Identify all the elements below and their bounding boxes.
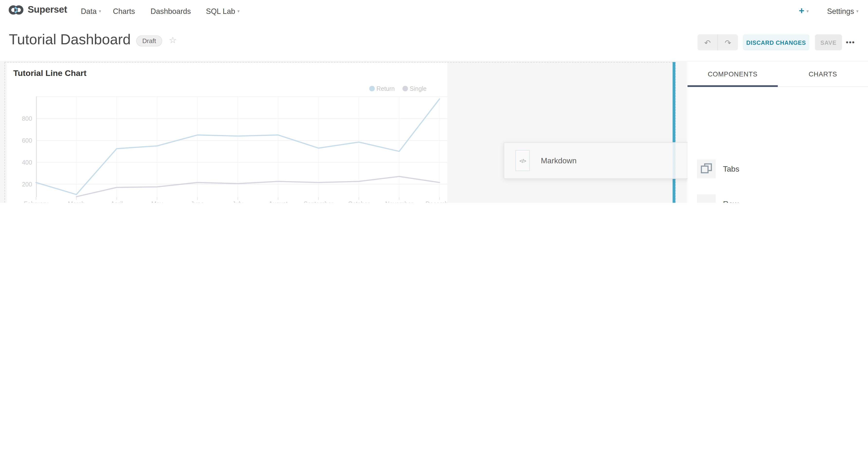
x-axis-label: May (151, 200, 163, 203)
nav-item-charts[interactable]: Charts (113, 0, 135, 22)
legend-dot-icon (369, 86, 375, 92)
line-chart-plot: FebruaryMarchAprilMayJuneJulyAugustSepte… (6, 63, 447, 203)
y-axis-label: 400 (22, 159, 32, 166)
nav-item-sqllab[interactable]: SQL Lab▾ (206, 0, 240, 22)
drop-indicator-bar (673, 62, 675, 203)
x-axis-label: November (385, 200, 413, 203)
component-item-row[interactable]: → Row (687, 190, 868, 203)
y-axis-label: 600 (22, 137, 32, 144)
legend-item-single[interactable]: Single (402, 85, 427, 92)
more-options-button[interactable]: ••• (846, 34, 855, 51)
top-navbar: Superset Data▾ Charts Dashboards SQL Lab… (0, 0, 868, 22)
chevron-down-icon: ▾ (806, 8, 809, 13)
infinity-logo-icon (8, 3, 24, 17)
line-chart-card: Tutorial Line Chart Return Single Februa… (6, 63, 447, 203)
chevron-down-icon: ▾ (99, 8, 101, 13)
dashboard-header: Tutorial Dashboard Draft ☆ ↶ ↷ DISCARD C… (0, 22, 868, 62)
series-line-single (76, 177, 440, 197)
favorite-star-icon[interactable]: ☆ (169, 35, 177, 45)
y-axis-label: 800 (22, 115, 32, 122)
settings-menu[interactable]: Settings▾ (827, 0, 859, 22)
legend-item-return[interactable]: Return (369, 85, 395, 92)
plus-icon: + (799, 6, 805, 17)
component-item-tabs[interactable]: Tabs (687, 155, 868, 183)
x-axis-label: August (269, 200, 288, 203)
tab-components[interactable]: COMPONENTS (687, 62, 778, 86)
x-axis-label: March (68, 200, 85, 203)
x-axis-label: April (111, 200, 123, 203)
undo-redo-group: ↶ ↷ (698, 34, 738, 51)
discard-changes-button[interactable]: DISCARD CHANGES (743, 34, 809, 51)
chevron-down-icon: ▾ (237, 8, 240, 13)
row-arrow-icon: → (697, 194, 716, 203)
x-axis-label: September (304, 200, 333, 203)
new-item-button[interactable]: + ▾ (799, 0, 809, 22)
chart-legend: Return Single (369, 85, 427, 92)
superset-logo[interactable]: Superset (8, 3, 67, 17)
save-button[interactable]: SAVE (815, 34, 842, 51)
redo-icon: ↷ (725, 38, 731, 47)
dashboard-canvas: Tutorial Line Chart Return Single Februa… (0, 61, 686, 203)
markdown-drag-ghost[interactable]: </> Markdown (504, 143, 690, 179)
x-axis-label: June (191, 200, 204, 203)
redo-button[interactable]: ↷ (717, 34, 738, 51)
x-axis-label: December (426, 200, 447, 203)
tabs-icon (697, 159, 716, 178)
nav-item-data[interactable]: Data▾ (81, 0, 101, 22)
tab-charts[interactable]: CHARTS (778, 62, 868, 86)
nav-item-dashboards[interactable]: Dashboards (151, 0, 191, 22)
chart-title: Tutorial Line Chart (13, 68, 87, 78)
brand-name: Superset (28, 4, 67, 16)
x-axis-label: October (348, 200, 370, 203)
x-axis-label: February (24, 200, 49, 203)
builder-panel: COMPONENTS CHARTS Tabs → Row ↓ Column H … (687, 61, 868, 203)
chevron-down-icon: ▾ (856, 8, 859, 13)
legend-dot-icon (402, 86, 408, 92)
undo-icon: ↶ (704, 38, 711, 47)
status-badge: Draft (136, 35, 162, 47)
superset-app: Superset Data▾ Charts Dashboards SQL Lab… (0, 0, 868, 203)
y-axis-label: 200 (22, 181, 32, 188)
x-axis-label: July (232, 200, 243, 203)
markdown-code-icon: </> (516, 150, 530, 171)
page-title: Tutorial Dashboard (9, 31, 131, 48)
undo-button[interactable]: ↶ (698, 34, 717, 51)
drag-ghost-label: Markdown (541, 156, 577, 165)
builder-tabs: COMPONENTS CHARTS (687, 62, 868, 87)
